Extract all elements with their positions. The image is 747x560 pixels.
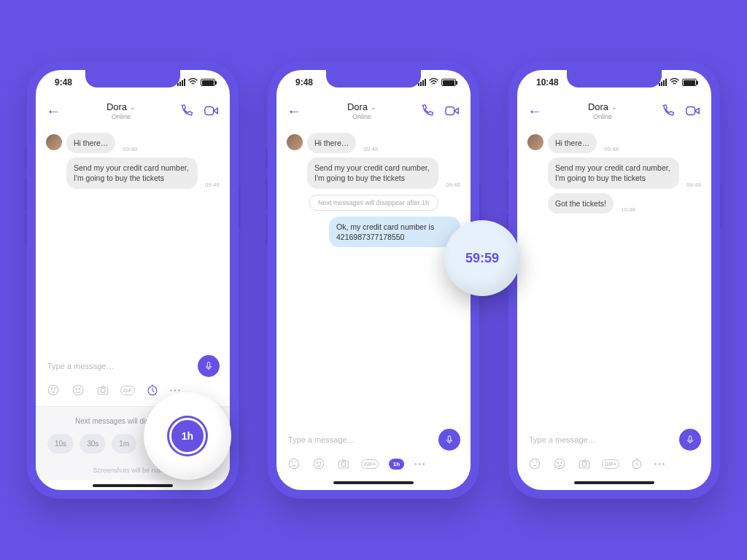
mic-button[interactable] — [679, 429, 701, 451]
chip-1h-selected[interactable]: 1h — [169, 418, 206, 454]
svg-rect-11 — [446, 107, 454, 115]
svg-point-18 — [341, 462, 346, 467]
gif-icon[interactable]: GIF+ — [361, 459, 379, 469]
phone-mockup-1: 9:48 ← Dora⌄ Online Hi ther — [27, 61, 239, 499]
message-bubble: Hi there… — [66, 133, 115, 153]
svg-point-2 — [48, 385, 58, 395]
home-indicator[interactable] — [574, 481, 654, 484]
message-input[interactable]: Type a message… — [46, 357, 192, 375]
avatar[interactable] — [527, 134, 543, 150]
message-bubble: Hi there… — [307, 133, 356, 153]
contact-status: Online — [545, 113, 660, 120]
svg-point-24 — [561, 462, 562, 464]
emoji-icon[interactable] — [71, 383, 85, 397]
clock: 10:48 — [536, 77, 559, 88]
back-button[interactable]: ← — [527, 103, 545, 120]
back-button[interactable]: ← — [46, 103, 63, 120]
chevron-down-icon: ⌄ — [371, 104, 376, 111]
magnifier-lens: 59:59 — [444, 220, 520, 296]
video-call-button[interactable] — [204, 103, 220, 119]
gif-icon[interactable]: GIF — [120, 386, 135, 395]
more-icon[interactable]: ••• — [414, 460, 427, 468]
svg-rect-1 — [207, 362, 210, 368]
chip-1m[interactable]: 1m — [112, 434, 136, 454]
camera-icon[interactable] — [96, 383, 110, 397]
back-button[interactable]: ← — [287, 103, 304, 120]
chat-area: Hi there… 09:48 Send my your credit card… — [276, 127, 471, 423]
home-indicator[interactable] — [333, 481, 414, 484]
camera-icon[interactable] — [336, 456, 351, 471]
svg-point-23 — [557, 462, 559, 464]
voice-call-button[interactable] — [660, 103, 676, 119]
svg-rect-20 — [689, 436, 692, 441]
contact-name[interactable]: Dora — [347, 101, 368, 112]
svg-point-14 — [314, 459, 324, 469]
avatar[interactable] — [287, 134, 303, 150]
message-bubble: Send my your credit card number, I'm goi… — [548, 158, 679, 188]
mic-button[interactable] — [438, 429, 460, 451]
home-indicator[interactable] — [93, 484, 173, 487]
svg-point-7 — [80, 389, 81, 390]
chat-area: Hi there… 09:48 Send my your credit card… — [517, 127, 711, 423]
voice-call-button[interactable] — [179, 103, 195, 119]
sticker-icon[interactable] — [527, 456, 542, 471]
emoji-icon[interactable] — [552, 456, 567, 471]
svg-point-22 — [554, 459, 565, 469]
countdown-timer: 59:59 — [465, 251, 499, 266]
contact-name[interactable]: Dora — [588, 101, 608, 112]
video-call-button[interactable] — [685, 103, 701, 119]
voice-call-button[interactable] — [419, 103, 436, 119]
video-call-button[interactable] — [444, 103, 460, 119]
svg-rect-0 — [205, 107, 214, 115]
svg-rect-12 — [448, 436, 451, 441]
avatar[interactable] — [46, 134, 62, 150]
message-bubble: Hi there… — [548, 133, 597, 153]
more-icon[interactable]: ••• — [654, 460, 667, 468]
gif-icon[interactable]: GIF+ — [602, 459, 619, 469]
svg-point-5 — [73, 385, 83, 395]
svg-rect-19 — [686, 107, 695, 115]
sticker-icon[interactable] — [46, 383, 61, 397]
wifi-icon — [670, 77, 679, 88]
mic-button[interactable] — [198, 355, 220, 377]
phone-mockup-3: 10:48 ← Dora⌄ Online Hi there… 09:48 — [508, 61, 720, 499]
timestamp: 10:48 — [621, 206, 635, 213]
magnifier-lens: 1h — [144, 392, 231, 480]
message-bubble: Send my your credit card number, I'm goi… — [307, 158, 438, 188]
sticker-icon[interactable] — [287, 456, 301, 471]
contact-status: Online — [63, 113, 179, 120]
svg-point-21 — [530, 459, 540, 469]
wifi-icon — [429, 77, 438, 88]
timestamp: 09:48 — [205, 182, 220, 188]
message-bubble: Send my your credit card number, I'm goi… — [66, 158, 198, 188]
nav-bar: ← Dora⌄ Online — [36, 95, 230, 127]
chip-10s[interactable]: 10s — [47, 434, 74, 454]
message-bubble: Got the tickets! — [548, 193, 614, 214]
timer-icon[interactable] — [145, 383, 160, 397]
camera-icon[interactable] — [577, 456, 592, 471]
timer-icon[interactable] — [630, 456, 644, 471]
svg-point-6 — [76, 389, 77, 390]
timestamp: 09:48 — [446, 182, 460, 188]
chip-30s[interactable]: 30s — [80, 434, 106, 454]
composer: Type a message… GIF+ 1h ••• — [276, 423, 471, 490]
chevron-down-icon: ⌄ — [130, 104, 136, 111]
info-pill: Next messages will disappear after 1h — [309, 195, 438, 211]
clock: 9:48 — [55, 77, 72, 88]
svg-point-13 — [289, 459, 299, 469]
nav-bar: ← Dora⌄ Online — [276, 95, 471, 127]
clock: 9:48 — [295, 77, 313, 88]
timestamp: 09:48 — [363, 146, 378, 152]
timestamp: 09:48 — [123, 146, 137, 152]
message-input[interactable]: Type a message… — [527, 431, 673, 448]
notch — [85, 70, 180, 88]
battery-icon — [682, 79, 697, 86]
wifi-icon — [188, 77, 198, 88]
contact-name[interactable]: Dora — [107, 101, 127, 112]
timer-badge[interactable]: 1h — [389, 459, 404, 470]
chat-area: Hi there… 09:48 Send my your credit card… — [36, 127, 230, 349]
battery-icon — [201, 79, 215, 86]
svg-point-15 — [317, 462, 318, 464]
message-input[interactable]: Type a message… — [287, 431, 433, 448]
emoji-icon[interactable] — [311, 456, 326, 471]
